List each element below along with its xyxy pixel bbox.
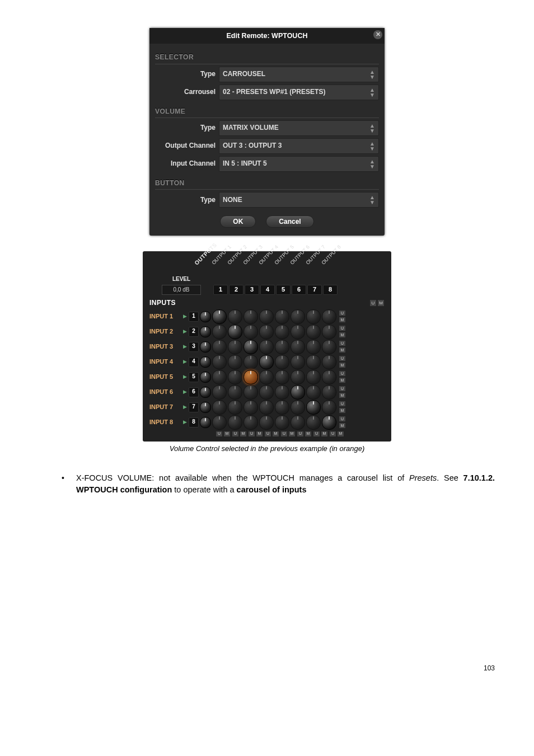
col-unmute[interactable]: U (264, 431, 271, 437)
matrix-knob[interactable] (228, 400, 242, 415)
row-unmute[interactable]: U (339, 355, 346, 361)
col-unmute[interactable]: U (232, 431, 239, 437)
matrix-knob[interactable] (306, 400, 321, 415)
matrix-knob[interactable] (259, 309, 274, 324)
matrix-knob[interactable] (243, 355, 258, 369)
carrousel-dropdown[interactable]: 02 - PRESETS WP#1 (PRESETS) ▲▼ (219, 84, 379, 100)
row-mute[interactable]: M (339, 407, 346, 414)
matrix-knob[interactable] (212, 309, 227, 324)
matrix-knob[interactable] (306, 370, 321, 384)
matrix-knob[interactable] (212, 340, 227, 354)
matrix-knob[interactable] (275, 415, 289, 430)
cancel-button[interactable]: Cancel (266, 215, 313, 228)
row-unmute[interactable]: U (339, 416, 346, 422)
col-unmute[interactable]: U (297, 431, 304, 437)
output-number[interactable]: 3 (245, 285, 259, 295)
col-unmute[interactable]: U (280, 431, 288, 437)
matrix-knob[interactable] (243, 325, 258, 339)
input-level-knob[interactable] (200, 372, 211, 383)
matrix-knob[interactable] (275, 370, 289, 384)
close-icon[interactable]: ✕ (373, 30, 382, 39)
input-number[interactable]: 2 (189, 327, 199, 337)
col-mute[interactable]: M (337, 431, 344, 437)
ok-button[interactable]: OK (220, 215, 256, 228)
selector-type-dropdown[interactable]: CARROUSEL ▲▼ (219, 67, 379, 82)
matrix-knob[interactable] (306, 385, 321, 400)
col-unmute[interactable]: U (313, 431, 320, 437)
matrix-knob[interactable] (212, 400, 227, 415)
matrix-knob[interactable] (259, 355, 274, 369)
col-mute[interactable]: M (240, 431, 247, 437)
row-unmute[interactable]: U (339, 325, 346, 331)
matrix-knob[interactable] (275, 309, 289, 324)
matrix-knob[interactable] (275, 355, 289, 369)
matrix-knob[interactable] (212, 355, 227, 369)
input-level-knob[interactable] (200, 311, 211, 322)
matrix-knob[interactable] (228, 385, 242, 400)
matrix-knob[interactable] (259, 370, 274, 384)
matrix-knob[interactable] (291, 340, 305, 354)
matrix-knob[interactable] (322, 340, 336, 354)
output-number[interactable]: 4 (260, 285, 275, 295)
input-number[interactable]: 4 (189, 357, 199, 367)
matrix-knob[interactable] (306, 355, 321, 369)
matrix-knob[interactable] (322, 400, 336, 415)
input-level-knob[interactable] (200, 387, 211, 398)
input-level-knob[interactable] (200, 402, 211, 413)
input-level-knob[interactable] (200, 417, 211, 428)
output-number[interactable]: 6 (292, 285, 306, 295)
matrix-knob[interactable] (228, 370, 242, 384)
play-icon[interactable]: ▶ (183, 313, 187, 320)
col-unmute[interactable]: U (216, 431, 223, 437)
matrix-knob[interactable] (259, 415, 274, 430)
row-mute[interactable]: M (339, 392, 346, 398)
col-mute[interactable]: M (272, 431, 279, 437)
row-unmute[interactable]: U (339, 370, 346, 377)
matrix-knob[interactable] (243, 400, 258, 415)
button-type-dropdown[interactable]: NONE ▲▼ (219, 192, 379, 208)
play-icon[interactable]: ▶ (183, 388, 187, 396)
matrix-knob[interactable] (228, 325, 242, 339)
output-number[interactable]: 1 (213, 285, 228, 295)
matrix-knob[interactable] (291, 309, 305, 324)
matrix-knob[interactable] (259, 385, 274, 400)
matrix-knob[interactable] (306, 340, 321, 354)
matrix-knob[interactable] (306, 325, 321, 339)
matrix-knob[interactable] (259, 340, 274, 354)
matrix-knob[interactable] (228, 415, 242, 430)
input-number[interactable]: 3 (189, 342, 199, 352)
matrix-knob[interactable] (243, 370, 258, 384)
col-mute[interactable]: M (256, 431, 263, 437)
matrix-knob[interactable] (322, 355, 336, 369)
input-number[interactable]: 7 (189, 402, 199, 412)
col-mute[interactable]: M (321, 431, 328, 437)
output-number[interactable]: 2 (229, 285, 243, 295)
matrix-knob[interactable] (259, 400, 274, 415)
matrix-knob[interactable] (212, 385, 227, 400)
matrix-knob[interactable] (243, 385, 258, 400)
matrix-knob[interactable] (243, 340, 258, 354)
row-mute[interactable]: M (339, 317, 346, 323)
input-channel-dropdown[interactable]: IN 5 : INPUT 5 ▲▼ (219, 156, 379, 172)
matrix-knob[interactable] (306, 309, 321, 324)
play-icon[interactable]: ▶ (183, 343, 187, 350)
matrix-knob[interactable] (322, 370, 336, 384)
row-unmute[interactable]: U (339, 386, 346, 392)
matrix-knob[interactable] (322, 385, 336, 400)
volume-type-dropdown[interactable]: MATRIX VOLUME ▲▼ (219, 120, 379, 136)
input-number[interactable]: 8 (189, 417, 199, 428)
matrix-knob[interactable] (243, 415, 258, 430)
matrix-knob[interactable] (275, 325, 289, 339)
col-unmute[interactable]: U (248, 431, 255, 437)
output-number[interactable]: 7 (307, 285, 322, 295)
play-icon[interactable]: ▶ (183, 373, 187, 381)
row-mute[interactable]: M (339, 377, 346, 383)
row-mute[interactable]: M (339, 362, 346, 368)
play-icon[interactable]: ▶ (183, 328, 187, 335)
matrix-knob[interactable] (291, 325, 305, 339)
col-mute[interactable]: M (223, 431, 231, 437)
col-mute[interactable]: M (305, 431, 312, 437)
matrix-knob[interactable] (275, 385, 289, 400)
matrix-knob[interactable] (275, 400, 289, 415)
matrix-knob[interactable] (291, 355, 305, 369)
